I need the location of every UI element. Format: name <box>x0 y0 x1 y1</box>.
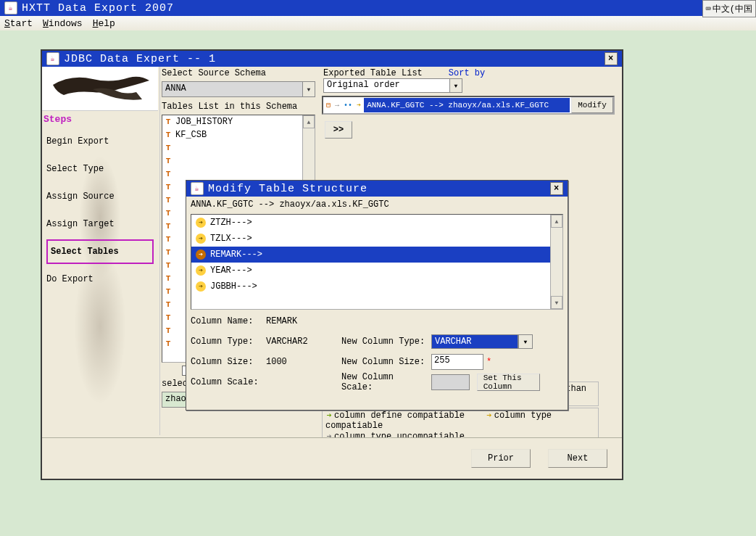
legend-dot-icon: ➔ <box>486 410 493 421</box>
menu-bar: Start Windows Help <box>0 16 756 31</box>
chevron-down-icon[interactable] <box>449 79 462 92</box>
exported-row[interactable]: ANNA.KF_GGTC --> zhaoyx/aa.xls.KF_GGTC <box>364 98 570 112</box>
new-size-input[interactable]: 255 <box>431 354 483 370</box>
close-icon[interactable]: × <box>605 52 618 65</box>
column-row[interactable]: YEAR---> <box>191 263 562 279</box>
table-icon <box>164 196 173 205</box>
dots-icon: •• <box>344 102 352 110</box>
column-type-label: Column Type: <box>191 337 263 347</box>
set-column-button[interactable]: Set This Column <box>477 374 540 391</box>
next-button[interactable]: Next <box>548 449 607 468</box>
source-schema-combo[interactable]: ANNA <box>162 81 315 97</box>
column-type-value: VARCHAR2 <box>266 337 338 347</box>
arrow-icon <box>196 265 206 276</box>
exported-header: Exported Table List Sort by Original ord… <box>322 67 620 94</box>
column-name-value: REMARK <box>266 316 338 326</box>
source-schema-value: ANNA <box>162 82 302 96</box>
dialog-subtitle: ANNA.KF_GGTC --> zhaoyx/aa.xls.KF_GGTC <box>186 197 568 213</box>
columns-listbox[interactable]: ZTZH---> TZLX---> REMARK---> YEAR---> JG… <box>191 214 563 310</box>
table-icon <box>164 235 173 244</box>
arrow-icon <box>196 281 206 292</box>
menu-help[interactable]: Help <box>93 18 115 29</box>
jdbc-title-bar[interactable]: ☕ JDBC Data Expert -- 1 × <box>42 51 622 67</box>
column-row[interactable]: ZTZH---> <box>191 215 562 231</box>
sort-combo[interactable]: Original order <box>323 78 462 93</box>
column-name-label: Column Name: <box>191 316 263 326</box>
sort-value: Original order <box>324 79 449 92</box>
dialog-title: Modify Table Structure <box>208 183 367 195</box>
step-select-tables[interactable]: Select Tables <box>46 239 154 264</box>
scrollbar[interactable] <box>550 215 562 309</box>
java-icon: ☕ <box>46 52 59 65</box>
app-title-bar: ☕ HXTT Data Export 2007 <box>0 0 756 16</box>
app-title: HXTT Data Export 2007 <box>22 2 174 15</box>
prior-button[interactable]: Prior <box>471 449 531 468</box>
table-icon <box>164 157 173 165</box>
scroll-down-icon[interactable] <box>551 296 562 309</box>
modify-table-dialog: ☕ Modify Table Structure × ANNA.KF_GGTC … <box>186 180 568 411</box>
table-icon <box>164 222 173 231</box>
arrow-icon: ➔ <box>357 102 361 110</box>
new-type-value: VARCHAR <box>431 334 518 349</box>
column-size-value: 1000 <box>266 357 338 367</box>
eagle-logo <box>42 67 158 111</box>
java-icon: ☕ <box>4 1 17 15</box>
language-button[interactable]: ⌨ 中文(中国 <box>702 0 756 17</box>
arrow-icon <box>196 234 206 244</box>
column-form: Column Name: REMARK Column Type: VARCHAR… <box>191 311 563 405</box>
row-icons: ⊟ → •• ➔ <box>323 101 364 110</box>
chevron-down-icon[interactable] <box>302 82 315 96</box>
tables-list-label: Tables List in this Schema <box>160 100 320 113</box>
step-do-export[interactable]: Do Export <box>42 265 158 293</box>
keyboard-icon: ⌨ <box>706 4 711 15</box>
java-icon: ☕ <box>191 182 204 195</box>
button-bar: Prior Next <box>42 437 622 479</box>
steps-sidebar: Steps Begin Export Select Type Assign So… <box>42 67 158 435</box>
table-row[interactable] <box>162 141 315 154</box>
close-icon[interactable]: × <box>550 182 563 195</box>
table-icon <box>164 274 173 283</box>
modify-button[interactable]: Modify <box>571 97 613 113</box>
table-icon <box>164 144 173 152</box>
new-type-select[interactable]: VARCHAR <box>431 334 533 349</box>
table-icon <box>164 261 173 270</box>
step-select-type[interactable]: Select Type <box>42 155 158 183</box>
chevron-down-icon[interactable] <box>518 334 533 349</box>
jdbc-title: JDBC Data Expert -- 1 <box>64 53 216 65</box>
column-row[interactable]: JGBBH---> <box>191 279 562 294</box>
column-size-label: Column Size: <box>191 357 263 367</box>
new-size-label: New Column Size: <box>341 357 428 367</box>
legend-dot-icon: ➔ <box>325 410 333 421</box>
sortby-label: Sort by <box>449 68 485 78</box>
step-assign-source[interactable]: Assign Source <box>42 183 158 210</box>
table-row[interactable]: JOB_HISTORY <box>162 115 315 128</box>
menu-windows[interactable]: Windows <box>43 18 83 29</box>
exported-label: Exported Table List <box>323 68 423 78</box>
table-icon <box>164 170 173 178</box>
column-row[interactable]: REMARK---> <box>191 247 562 263</box>
table-icon <box>164 248 173 257</box>
scroll-up-icon[interactable] <box>303 115 315 128</box>
arrow-icon: ⊟ <box>326 102 331 110</box>
new-scale-input[interactable] <box>431 374 470 390</box>
dialog-title-bar[interactable]: ☕ Modify Table Structure × <box>186 181 568 197</box>
new-type-label: New Column Type: <box>341 337 428 347</box>
exported-listbox[interactable]: ⊟ → •• ➔ ANNA.KF_GGTC --> zhaoyx/aa.xls.… <box>322 96 615 115</box>
workspace: ☕ JDBC Data Expert -- 1 × Steps Begin Ex… <box>0 30 756 536</box>
table-icon <box>164 117 173 126</box>
scroll-up-icon[interactable] <box>551 215 562 228</box>
arrow-icon <box>196 218 206 228</box>
step-begin-export[interactable]: Begin Export <box>42 128 158 155</box>
column-row[interactable]: TZLX---> <box>191 231 562 247</box>
step-assign-target[interactable]: Assign Target <box>42 210 158 238</box>
menu-start[interactable]: Start <box>4 18 33 29</box>
table-row[interactable] <box>162 154 315 168</box>
table-icon <box>164 326 173 335</box>
source-schema-label: Select Source Schema <box>160 67 320 80</box>
table-row[interactable] <box>162 168 315 181</box>
table-icon <box>164 131 173 139</box>
column-scale-label: Column Scale: <box>191 377 263 387</box>
table-icon <box>164 183 173 191</box>
table-row[interactable]: KF_CSB <box>162 128 315 141</box>
required-asterisk: * <box>486 357 491 367</box>
